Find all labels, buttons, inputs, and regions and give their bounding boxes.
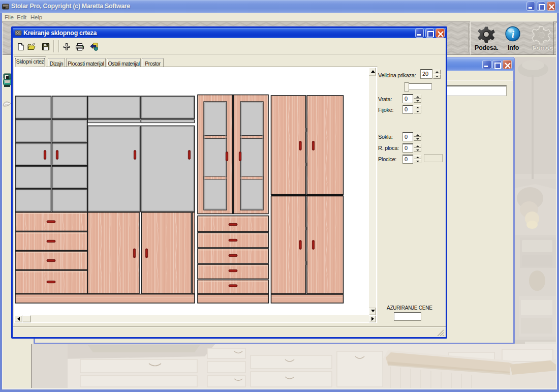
svg-text:i: i xyxy=(512,29,515,40)
